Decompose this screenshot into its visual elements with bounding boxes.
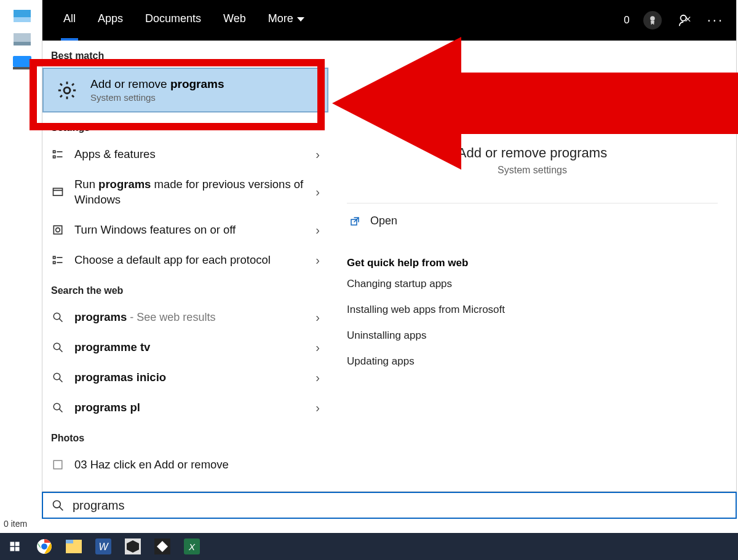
svg-line-33: [60, 507, 63, 511]
status-bar: 0 item: [0, 519, 27, 529]
feedback-icon[interactable]: [675, 11, 694, 30]
row-label: programs - See web results: [74, 310, 306, 325]
tab-documents[interactable]: Documents: [134, 0, 212, 41]
row-label: Apps & features: [74, 147, 306, 162]
svg-rect-13: [54, 188, 63, 195]
tab-more-label: More: [268, 12, 293, 25]
chevron-right-icon: ›: [315, 341, 320, 355]
settings-row-default-app-protocol[interactable]: Choose a default app for each protocol ›: [42, 245, 328, 275]
annotation-arrow-icon: [332, 37, 738, 170]
section-settings: Settings: [42, 112, 328, 140]
settings-row-run-previous[interactable]: Run programs made for previous versions …: [42, 170, 328, 215]
chevron-right-icon: ›: [315, 223, 320, 237]
results-column: Best match Add or remove programs System…: [42, 41, 328, 491]
section-best-match: Best match: [42, 41, 328, 68]
window-icon: [51, 186, 65, 199]
open-label: Open: [370, 215, 397, 227]
taskbar-excel-icon[interactable]: X: [177, 533, 207, 560]
svg-text:X: X: [188, 542, 196, 552]
svg-rect-19: [54, 262, 55, 264]
svg-point-8: [64, 87, 70, 93]
web-row[interactable]: programs - See web results ›: [42, 302, 328, 333]
web-row[interactable]: programs pl ›: [42, 393, 328, 423]
row-label: Turn Windows features on or off: [74, 223, 306, 238]
chevron-right-icon: ›: [315, 401, 320, 415]
best-match-subtitle: System settings: [90, 92, 224, 103]
settings-row-apps-features[interactable]: Apps & features ›: [42, 140, 328, 170]
web-row[interactable]: programas inicio ›: [42, 363, 328, 393]
chevron-right-icon: ›: [315, 371, 320, 385]
help-link[interactable]: Updating apps: [347, 355, 718, 368]
help-link[interactable]: Changing startup apps: [347, 278, 718, 290]
svg-text:W: W: [98, 542, 109, 552]
svg-line-24: [59, 349, 62, 352]
rewards-count: 0: [624, 14, 629, 26]
chevron-right-icon: ›: [315, 185, 320, 199]
help-heading: Get quick help from web: [347, 257, 718, 269]
section-photos: Photos: [42, 423, 328, 450]
svg-rect-35: [15, 542, 20, 546]
open-icon: [349, 216, 360, 227]
apps-features-icon: [51, 148, 65, 161]
rewards-badge-icon[interactable]: [643, 11, 662, 30]
open-action[interactable]: Open: [347, 203, 718, 239]
chevron-right-icon: ›: [315, 310, 320, 325]
chevron-down-icon: [297, 17, 304, 22]
svg-point-21: [54, 314, 60, 320]
start-button[interactable]: [0, 533, 30, 560]
features-icon: [51, 223, 65, 237]
svg-rect-17: [54, 257, 55, 259]
more-options-icon[interactable]: ···: [707, 12, 724, 28]
desktop-icons: [0, 0, 42, 534]
help-link[interactable]: Uninstalling apps: [347, 329, 718, 342]
search-icon: [51, 401, 65, 414]
taskbar-word-icon[interactable]: W: [89, 533, 118, 560]
taskbar-chrome-icon[interactable]: [30, 533, 59, 560]
row-label: 03 Haz click en Add or remove: [74, 457, 320, 473]
search-input[interactable]: [73, 499, 727, 513]
desktop-icon[interactable]: [10, 28, 34, 50]
taskbar: W X: [0, 533, 738, 560]
tab-all[interactable]: All: [52, 0, 87, 41]
desktop-icon[interactable]: [10, 52, 34, 74]
chevron-right-icon: ›: [315, 253, 320, 267]
tab-web[interactable]: Web: [212, 0, 257, 41]
svg-rect-2: [14, 33, 31, 42]
svg-rect-37: [15, 547, 20, 551]
svg-line-28: [59, 409, 62, 412]
settings-row-windows-features[interactable]: Turn Windows features on or off ›: [42, 215, 328, 245]
best-match-title: Add or remove programs: [90, 77, 224, 91]
svg-rect-29: [54, 460, 62, 469]
svg-rect-5: [13, 67, 31, 69]
taskbar-unity-hub-icon[interactable]: [148, 533, 177, 560]
svg-rect-4: [13, 56, 31, 67]
photos-row[interactable]: 03 Haz click en Add or remove: [42, 450, 328, 480]
svg-rect-1: [14, 17, 31, 22]
tab-apps[interactable]: Apps: [87, 0, 134, 41]
svg-point-23: [54, 344, 60, 350]
svg-point-16: [56, 228, 60, 232]
taskbar-unity-icon[interactable]: [118, 533, 148, 560]
svg-rect-10: [54, 156, 55, 158]
row-label: Choose a default app for each protocol: [74, 253, 306, 268]
svg-point-32: [54, 501, 61, 508]
image-icon: [51, 458, 65, 471]
svg-line-26: [59, 379, 62, 382]
help-link[interactable]: Installing web apps from Microsoft: [347, 304, 718, 316]
svg-rect-34: [10, 542, 15, 546]
desktop-icon[interactable]: [10, 5, 34, 27]
section-search-web: Search the web: [42, 275, 328, 302]
search-bar[interactable]: [42, 492, 737, 519]
taskbar-explorer-icon[interactable]: [59, 533, 89, 560]
search-icon: [51, 371, 65, 384]
web-row[interactable]: programme tv ›: [42, 333, 328, 363]
search-tabbar: All Apps Documents Web More 0 ···: [42, 0, 736, 41]
tab-more[interactable]: More: [257, 0, 315, 41]
svg-rect-9: [54, 151, 55, 153]
svg-point-7: [680, 15, 686, 21]
chevron-right-icon: ›: [315, 148, 320, 162]
svg-rect-3: [14, 42, 31, 45]
best-match-result[interactable]: Add or remove programs System settings: [42, 68, 328, 112]
gear-icon: [55, 78, 79, 103]
svg-rect-36: [10, 547, 15, 551]
